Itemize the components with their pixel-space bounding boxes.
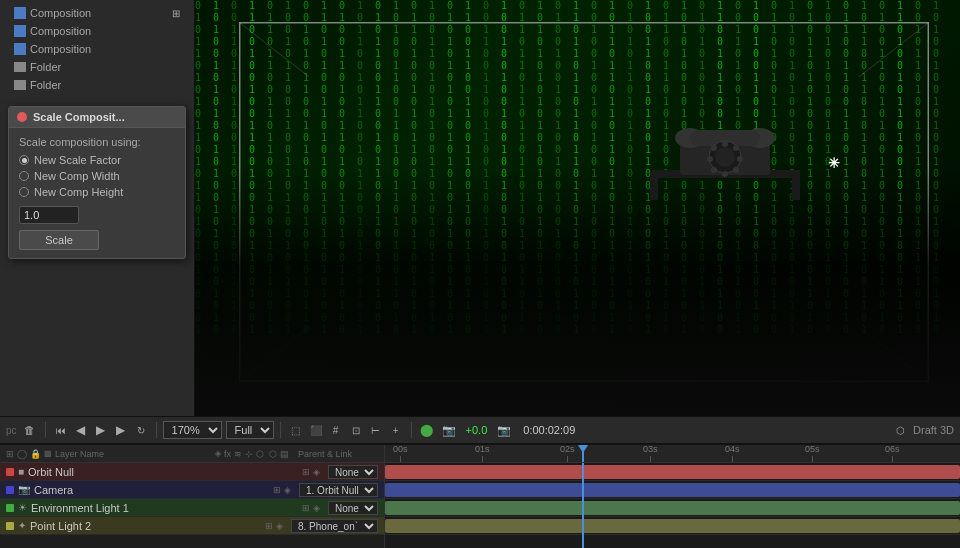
layer-row-point-light[interactable]: ✦ Point Light 2 ⊞ ◈ 8. Phone_on` <box>0 517 384 535</box>
fx-icon[interactable]: fx <box>224 449 231 459</box>
radio-new-comp-height[interactable]: New Comp Height <box>19 186 175 198</box>
radio-label-3: New Comp Height <box>34 186 123 198</box>
play-button[interactable]: ▶ <box>92 421 110 439</box>
parent-dropdown-2[interactable]: 1. Orbit Null <box>299 483 378 497</box>
timeline-tracks <box>385 463 960 548</box>
layer-props-1: ⊞ ◈ <box>302 467 320 477</box>
layer-name-header: Layer Name <box>55 449 212 459</box>
toolbar-sep-2 <box>156 422 157 438</box>
quality-dropdown[interactable]: Full <box>226 421 274 439</box>
draft3d-label: Draft 3D <box>913 424 954 436</box>
draft3d-icon: ⬡ <box>891 421 909 439</box>
project-item-1[interactable]: Composition ⊞ <box>0 4 194 22</box>
layer-row-camera[interactable]: 📷 Camera ⊞ ◈ 1. Orbit Null <box>0 481 384 499</box>
svg-point-15 <box>722 141 728 147</box>
radio-new-scale-factor[interactable]: New Scale Factor <box>19 154 175 166</box>
layer-name-orbit-null: Orbit Null <box>28 466 298 478</box>
snapshot-button[interactable]: 📷 <box>495 421 513 439</box>
layer-color-orbit-null <box>6 468 14 476</box>
project-item-3[interactable]: Composition <box>0 40 194 58</box>
step-back-button[interactable]: ◀ <box>72 421 90 439</box>
layer-icons-1: ⊞ ◈ <box>302 467 320 477</box>
zoom-dropdown[interactable]: 170% <box>163 421 222 439</box>
project-item-2[interactable]: Composition <box>0 22 194 40</box>
layer-color-camera <box>6 486 14 494</box>
composition-icon <box>14 7 26 19</box>
keyframe-icon[interactable]: ◈ <box>215 449 221 458</box>
ruler-tick-6s: 06s <box>885 444 900 462</box>
switch-icon[interactable]: ⊞ <box>6 449 14 459</box>
ruler-tick-5s: 05s <box>805 444 820 462</box>
scale-button-row: Scale <box>19 230 175 250</box>
top-area: Composition ⊞ Composition Composition Fo… <box>0 0 960 416</box>
radio-new-comp-width[interactable]: New Comp Width <box>19 170 175 182</box>
dialog-titlebar: Scale Composit... <box>9 107 185 128</box>
lock-icon[interactable]: 🔒 <box>30 449 41 459</box>
safe-zones-button[interactable]: ⊡ <box>347 421 365 439</box>
layer-row-orbit-null[interactable]: ■ Orbit Null ⊞ ◈ None <box>0 463 384 481</box>
parent-dropdown-4[interactable]: 8. Phone_on` <box>291 519 378 533</box>
parent-dropdown-1[interactable]: None <box>328 465 378 479</box>
svg-point-16 <box>733 145 739 151</box>
label-icon[interactable]: ▩ <box>44 449 52 458</box>
loop-button[interactable]: ↻ <box>132 421 150 439</box>
camera-button[interactable]: 📷 <box>440 421 458 439</box>
scale-button[interactable]: Scale <box>19 230 99 250</box>
motion-blur-icon[interactable]: ≋ <box>234 449 242 459</box>
track-camera <box>385 481 960 499</box>
svg-rect-7 <box>792 178 800 200</box>
adjustment-icon[interactable]: ⊹ <box>245 449 253 459</box>
comp-indicator: pc <box>6 425 17 436</box>
transparency-button[interactable]: ⬛ <box>307 421 325 439</box>
mode-icon[interactable]: ▤ <box>280 449 289 459</box>
camera-icon: 📷 <box>18 484 30 495</box>
scale-composition-dialog: Scale Composit... Scale composition usin… <box>8 106 186 259</box>
trash-button[interactable]: 🗑 <box>21 421 39 439</box>
main-viewport: 0101101010110101101010110101 10100101010… <box>195 0 960 416</box>
radio-group: New Scale Factor New Comp Width New Comp… <box>19 154 175 198</box>
layer-name-point-light: Point Light 2 <box>30 520 261 532</box>
show-grid-button[interactable]: # <box>327 421 345 439</box>
scale-value-input[interactable] <box>19 206 79 224</box>
playhead-triangle <box>578 445 588 453</box>
timeline-header: ⊞ ◯ 🔒 ▩ Layer Name ◈ fx ≋ ⊹ ⬡ ⬡ ▤ Parent… <box>0 445 960 463</box>
ruler-tick-2s: 02s <box>560 444 575 462</box>
parent-link-1: None <box>328 465 378 479</box>
toolbar-sep-1 <box>45 422 46 438</box>
dialog-title: Scale Composit... <box>33 111 125 123</box>
parent-dropdown-3[interactable]: None <box>328 501 378 515</box>
layer-list: ■ Orbit Null ⊞ ◈ None 📷 Camera <box>0 463 385 548</box>
track-point-light <box>385 517 960 535</box>
color-correct-button[interactable]: ⬤ <box>418 421 436 439</box>
ruler-marks-container: 00s 01s 02s 03s <box>385 445 960 462</box>
3d-icon[interactable]: ⬡ <box>256 449 264 459</box>
region-of-interest-button[interactable]: ⬚ <box>287 421 305 439</box>
rulers-button[interactable]: ⊢ <box>367 421 385 439</box>
project-list: Composition ⊞ Composition Composition Fo… <box>0 0 194 98</box>
track-bar-1 <box>385 465 960 479</box>
radio-circle-1 <box>19 155 29 165</box>
rewind-button[interactable]: ⏮ <box>52 421 70 439</box>
track-orbit-null <box>385 463 960 481</box>
radio-label-2: New Comp Width <box>34 170 120 182</box>
dialog-close-button[interactable] <box>17 112 27 122</box>
radio-label-1: New Scale Factor <box>34 154 121 166</box>
track-bar-3 <box>385 501 960 515</box>
guides-button[interactable]: + <box>387 421 405 439</box>
step-forward-button[interactable]: ▶ <box>112 421 130 439</box>
svg-point-22 <box>711 145 717 151</box>
project-item-5[interactable]: Folder <box>0 76 194 94</box>
layer-props-3: ⊞ ◈ <box>302 503 320 513</box>
parent-link-header: Parent & Link <box>298 449 378 459</box>
solo-icon[interactable]: ◯ <box>17 449 27 459</box>
project-item-4[interactable]: Folder <box>0 58 194 76</box>
layer-name-env-light: Environment Light 1 <box>31 502 298 514</box>
green-value-display: +0.0 <box>462 422 492 438</box>
layer-color-env-light <box>6 504 14 512</box>
svg-point-17 <box>737 156 743 162</box>
layer-row-env-light[interactable]: ☀ Environment Light 1 ⊞ ◈ None <box>0 499 384 517</box>
dialog-body: Scale composition using: New Scale Facto… <box>9 128 185 258</box>
layer-color-point-light <box>6 522 14 530</box>
toolbar-sep-4 <box>411 422 412 438</box>
3d-icon2[interactable]: ⬡ <box>269 449 277 459</box>
